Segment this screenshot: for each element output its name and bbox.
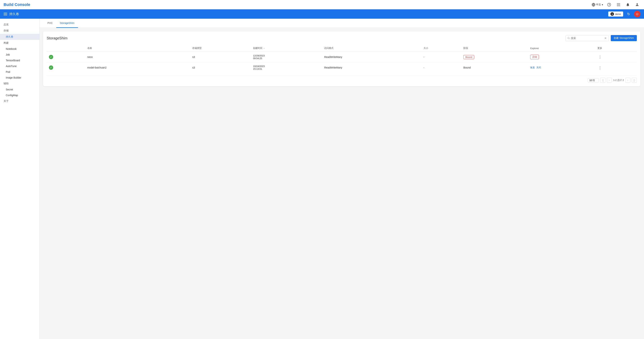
more-options-button[interactable]: ⋮ (598, 55, 602, 59)
app-title: Build Console (4, 2, 30, 7)
row2-size: - (421, 62, 461, 73)
row2-storage-type: s3 (190, 62, 251, 73)
row1-status: ✓ (47, 52, 85, 62)
sidebar-section-about[interactable]: 关于 (0, 98, 39, 104)
col-explorer: Explorer (528, 45, 595, 52)
row2-status: ✓ (47, 62, 85, 73)
sidebar-item-configmap[interactable]: ConfigMap (0, 92, 39, 98)
sidebar-item-tensorboard[interactable]: TensorBoard (0, 58, 39, 63)
col-storage-type: 存储类型 (190, 45, 251, 52)
tab-storageshim[interactable]: StorageShim (56, 19, 78, 28)
first-page-button[interactable]: ⟨| (600, 78, 605, 83)
status-ok-icon: ✓ (49, 55, 53, 59)
col-phase: 阶段 (461, 45, 528, 52)
demo-label: demo (615, 13, 621, 16)
sub-header-title: 持久卷 (9, 12, 19, 16)
svg-rect-4 (620, 3, 620, 4)
sub-header: 持久卷 ● demo ↻ (0, 9, 644, 19)
refresh-button[interactable]: ↻ (625, 11, 632, 17)
account-button[interactable] (634, 2, 640, 8)
svg-rect-2 (617, 3, 618, 4)
row1-phase: Bound (461, 52, 528, 62)
table-container: StorageShim ✕ 创建 StorageShim (43, 32, 640, 86)
phase-bound-badge: Bound (464, 55, 474, 59)
pagination: 10 行 20 行 50 行 ⟨| ‹ 1-2 总计 2 › |⟩ (47, 76, 637, 83)
search-clear-button[interactable]: ✕ (604, 36, 606, 40)
svg-rect-10 (620, 6, 620, 6)
row2-phase: Bound (461, 62, 528, 73)
svg-rect-5 (617, 4, 618, 5)
sidebar-item-pod[interactable]: Pod (0, 69, 39, 75)
sidebar-section-build: 构建 (0, 40, 39, 46)
main-layout: 总览 存储 持久卷 构建 Notebook Job TensorBoard Au… (0, 19, 644, 339)
table-title: StorageShim (47, 36, 68, 40)
sidebar-section-overview[interactable]: 总览 (0, 22, 39, 28)
svg-rect-8 (617, 6, 618, 6)
power-button[interactable] (634, 11, 640, 17)
lang-dropdown-icon: ▾ (602, 3, 603, 6)
sort-icon: ↓ (264, 47, 265, 50)
svg-rect-7 (620, 4, 620, 5)
close-button[interactable]: 关闭 (536, 66, 541, 69)
row1-storage-type: s3 (190, 52, 251, 62)
sidebar-item-persistent-volume[interactable]: 持久卷 (0, 34, 39, 40)
phase-bound-plain: Bound (464, 66, 470, 69)
svg-rect-3 (618, 3, 619, 4)
search-box: ✕ (566, 35, 608, 41)
sub-header-right: ● demo ↻ (608, 11, 640, 17)
account-icon (635, 3, 639, 7)
row1-more: ⋮ (595, 52, 637, 62)
svg-rect-9 (618, 6, 619, 6)
help-button[interactable] (606, 2, 612, 8)
next-page-button[interactable]: › (625, 78, 630, 83)
col-name: 名称 (85, 45, 190, 52)
table-header-row: 名称 存储类型 创建时间 ↓ 访问模式 大小 阶段 Explorer 更多 (47, 45, 637, 52)
col-access-mode: 访问模式 (322, 45, 421, 52)
sidebar-item-autotune[interactable]: AutoTune (0, 63, 39, 69)
status-ok-icon: ✓ (49, 66, 53, 70)
search-input[interactable] (571, 37, 603, 40)
demo-selector[interactable]: ● demo (608, 12, 623, 16)
col-status (47, 45, 85, 52)
main-content: PVC StorageShim StorageShim ✕ (40, 19, 644, 339)
grid-button[interactable] (615, 2, 622, 8)
help-icon (607, 3, 611, 7)
translate-icon (592, 3, 595, 6)
sidebar-item-secret[interactable]: Secret (0, 87, 39, 92)
sidebar-item-job[interactable]: Job (0, 52, 39, 58)
table-row: ✓ model-baichuan2 s3 10/24/2023 15:13:01… (47, 62, 637, 73)
sub-header-left: 持久卷 (4, 12, 19, 16)
last-page-button[interactable]: |⟩ (632, 78, 637, 83)
rows-per-page: 10 行 20 行 50 行 (588, 78, 599, 82)
table-header: StorageShim ✕ 创建 StorageShim (47, 35, 637, 41)
hamburger-menu[interactable] (4, 13, 7, 15)
sidebar-item-notebook[interactable]: Notebook (0, 46, 39, 52)
sidebar-section-auxiliary: 辅助 (0, 80, 39, 87)
launch-button[interactable]: 启动 (530, 55, 539, 59)
power-icon (636, 12, 638, 16)
row1-explorer: 启动 (528, 52, 595, 62)
sidebar-section-storage: 存储 (0, 28, 39, 34)
notification-button[interactable] (624, 2, 631, 8)
row2-access-mode: ReadWriteMany (322, 62, 421, 73)
col-size: 大小 (421, 45, 461, 52)
tab-pvc[interactable]: PVC (44, 19, 56, 28)
bell-icon (626, 3, 630, 7)
row2-created-at: 10/24/2023 15:13:01 (251, 62, 322, 73)
tabs-bar: PVC StorageShim (40, 19, 644, 28)
storageshim-table: 名称 存储类型 创建时间 ↓ 访问模式 大小 阶段 Explorer 更多 (47, 45, 637, 73)
row1-size: - (421, 52, 461, 62)
restore-button[interactable]: 恢复 (530, 66, 535, 69)
rows-per-page-select[interactable]: 10 行 20 行 50 行 (588, 78, 599, 82)
lang-selector[interactable]: 中文 ▾ (592, 3, 603, 6)
prev-page-button[interactable]: ‹ (607, 78, 612, 83)
row1-created-at: 12/29/2023 09:54:25 (251, 52, 322, 62)
create-storageshim-button[interactable]: 创建 StorageShim (611, 35, 637, 41)
more-options-button[interactable]: ⋮ (598, 66, 602, 70)
sidebar-item-image-builder[interactable]: Image Builder (0, 75, 39, 80)
demo-avatar: ● (610, 12, 614, 16)
svg-rect-6 (618, 4, 619, 5)
header-right: 中文 ▾ (592, 2, 640, 8)
lang-label: 中文 (596, 3, 601, 6)
row2-explorer: 恢复 关闭 (528, 62, 595, 73)
